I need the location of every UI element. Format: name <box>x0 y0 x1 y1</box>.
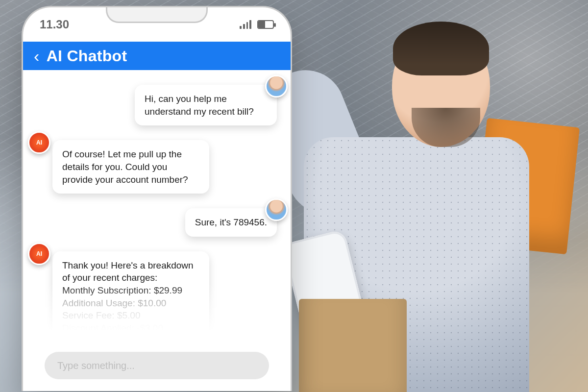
message-bubble: Thank you! Here's a breakdown of your re… <box>52 251 209 343</box>
message-user: Sure, it's 789456. <box>37 208 277 237</box>
battery-icon <box>257 20 274 29</box>
ai-badge: AI <box>36 139 42 146</box>
breakdown-line: Discount Applied: -$3.00 <box>62 322 199 335</box>
message-thread[interactable]: Hi, can you help me understand my recent… <box>23 70 291 391</box>
composer-placeholder: Type something... <box>57 360 135 371</box>
signal-icon <box>240 20 251 29</box>
back-icon[interactable]: ‹ <box>34 48 40 64</box>
message-bubble: Of course! Let me pull up the details fo… <box>52 140 209 194</box>
breakdown-line: Additional Usage: $10.00 <box>62 297 199 310</box>
chat-title: AI Chatbot <box>47 47 127 65</box>
message-bubble: Sure, it's 789456. <box>185 208 277 237</box>
breakdown-line: Monthly Subscription: $29.99 <box>62 284 199 297</box>
user-avatar <box>265 198 288 221</box>
ai-badge: AI <box>36 250 42 257</box>
bot-avatar: AI <box>28 243 50 265</box>
clock: 11.30 <box>40 18 69 31</box>
chat-header: ‹ AI Chatbot <box>23 42 291 70</box>
composer[interactable]: Type something... <box>45 352 269 379</box>
bot-avatar: AI <box>28 131 50 154</box>
message-bubble: Hi, can you help me understand my recent… <box>135 85 277 125</box>
breakdown-intro: Thank you! Here's a breakdown of your re… <box>62 259 199 284</box>
status-bar: 11.30 <box>23 7 291 42</box>
message-bot: AI Thank you! Here's a breakdown of your… <box>37 251 277 343</box>
breakdown-line: Service Fee: $5.00 <box>62 309 199 322</box>
phone-mockup: 11.30 ‹ AI Chatbot Hi, can you help me u… <box>22 6 292 391</box>
user-avatar <box>265 75 288 98</box>
message-user: Hi, can you help me understand my recent… <box>37 85 277 125</box>
message-bot: AI Of course! Let me pull up the details… <box>37 140 277 194</box>
